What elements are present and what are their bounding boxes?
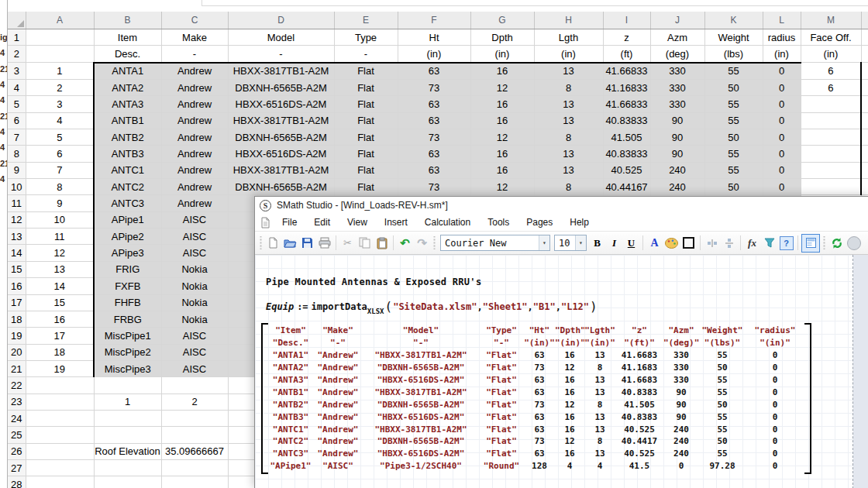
row-header[interactable]: 13 [8, 229, 26, 245]
cell[interactable]: ANTA3 [94, 96, 161, 112]
cell[interactable]: 330 [650, 80, 704, 96]
cell[interactable]: 13 [534, 112, 603, 129]
cell[interactable]: 6 [801, 80, 861, 96]
cell[interactable]: AISC [161, 211, 228, 228]
row-header[interactable]: 22 [8, 377, 26, 393]
cell[interactable] [26, 476, 94, 488]
cell[interactable]: (in) [470, 46, 534, 63]
font-color-icon[interactable]: A [646, 235, 663, 251]
column-header[interactable]: D [228, 12, 334, 29]
smath-titlebar[interactable]: S SMath Studio - [Wind_Loads-REV-H.sm*] [255, 197, 868, 214]
cell[interactable]: 41.66833 [603, 63, 650, 80]
cell[interactable]: 19 [26, 360, 94, 376]
cell[interactable]: 6 [26, 146, 94, 162]
cell[interactable] [801, 129, 861, 146]
cell[interactable]: 55 [704, 63, 763, 80]
cell[interactable] [801, 162, 861, 178]
cell[interactable]: 4 [26, 112, 94, 129]
cell[interactable]: DBXNH-6565B-A2M [228, 80, 334, 96]
cell[interactable]: 12 [470, 179, 534, 195]
column-header[interactable]: C [161, 12, 228, 29]
cell[interactable]: Face Off. [801, 29, 861, 46]
cell[interactable]: Dpth [470, 29, 534, 46]
row-header[interactable]: 25 [8, 427, 26, 443]
cell[interactable] [26, 427, 94, 443]
new-document-icon[interactable] [265, 235, 281, 251]
smath-canvas[interactable]: Pipe Mounted Antennas & Exposed RRU's Eq… [255, 255, 868, 488]
cell[interactable] [94, 427, 161, 443]
save-icon[interactable] [299, 235, 315, 251]
row-header[interactable]: 3 [8, 63, 26, 80]
cell[interactable]: 50 [704, 129, 763, 146]
cell[interactable]: Andrew [161, 162, 228, 178]
cell[interactable]: 63 [398, 63, 470, 80]
cell[interactable]: 3 [26, 96, 94, 112]
redo-icon[interactable]: ↷ [414, 235, 430, 251]
cell[interactable]: 13 [534, 96, 603, 112]
cell[interactable]: Andrew [161, 96, 228, 112]
cell[interactable]: AISC [161, 245, 228, 261]
cell[interactable]: 330 [650, 96, 704, 112]
cell[interactable]: (in) [398, 46, 470, 63]
row-header[interactable]: 4 [8, 80, 26, 96]
cell[interactable]: 73 [398, 129, 470, 146]
row-header[interactable]: 18 [8, 311, 26, 327]
cell[interactable]: 55 [704, 162, 763, 178]
cell[interactable]: (in) [801, 46, 861, 63]
cell[interactable]: 18 [26, 344, 94, 360]
menu-insert[interactable]: Insert [376, 215, 416, 229]
row-header[interactable]: 23 [8, 393, 26, 410]
cell[interactable]: Make [161, 29, 228, 46]
row-header[interactable]: 20 [8, 344, 26, 360]
equation-region[interactable]: Equip := importData XLSX ( "SiteData.xls… [266, 298, 598, 313]
menu-file[interactable]: File [274, 215, 305, 229]
cell[interactable]: ANTB3 [94, 146, 161, 162]
cell[interactable]: 13 [26, 261, 94, 277]
cell[interactable]: 63 [398, 162, 470, 178]
cell[interactable]: 7 [26, 162, 94, 178]
cell[interactable]: Lgth [534, 29, 603, 46]
cell[interactable]: 63 [398, 112, 470, 129]
cell[interactable]: (lbs) [704, 46, 763, 63]
cell[interactable]: z [603, 29, 650, 46]
cell[interactable]: 0 [763, 112, 801, 129]
cell[interactable] [94, 476, 161, 488]
border-icon[interactable] [680, 235, 697, 251]
cell[interactable]: 12 [470, 129, 534, 146]
row-header[interactable]: 1 [8, 29, 26, 46]
cell[interactable]: Azm [650, 29, 704, 46]
copy-icon[interactable] [356, 235, 373, 251]
cell[interactable]: Flat [334, 63, 398, 80]
row-header[interactable]: 10 [8, 179, 26, 195]
cell[interactable]: 63 [398, 146, 470, 162]
cell[interactable]: 0 [763, 129, 801, 146]
cell[interactable]: 0 [763, 96, 801, 112]
cell[interactable]: 11 [26, 229, 94, 245]
cell[interactable]: 0 [763, 80, 801, 96]
cell[interactable]: 55 [704, 96, 763, 112]
column-header[interactable]: H [534, 12, 603, 29]
cell[interactable]: 90 [650, 129, 704, 146]
open-icon[interactable] [282, 235, 298, 251]
cell[interactable]: AISC [161, 344, 228, 360]
cell[interactable]: 1 [94, 393, 161, 410]
cell[interactable]: Flat [334, 162, 398, 178]
cell[interactable] [94, 410, 161, 426]
cell[interactable]: (in) [534, 46, 603, 63]
cell[interactable]: 0 [763, 63, 801, 80]
cell[interactable]: ANTC1 [94, 162, 161, 178]
column-header[interactable]: I [603, 12, 650, 29]
cell[interactable] [801, 112, 861, 129]
cell[interactable]: Flat [334, 96, 398, 112]
cell[interactable]: Nokia [161, 311, 228, 327]
cell[interactable]: Item [94, 29, 161, 46]
row-header[interactable]: 17 [8, 294, 26, 311]
column-header[interactable] [861, 12, 868, 29]
cell[interactable]: Ht [398, 29, 470, 46]
cell[interactable]: 40.44167 [603, 179, 650, 195]
cell[interactable]: Flat [334, 80, 398, 96]
cell[interactable]: 6. [861, 80, 868, 96]
help-icon[interactable]: ? [778, 235, 794, 251]
cell[interactable]: 12 [26, 245, 94, 261]
cell[interactable]: Andrew [161, 195, 228, 211]
